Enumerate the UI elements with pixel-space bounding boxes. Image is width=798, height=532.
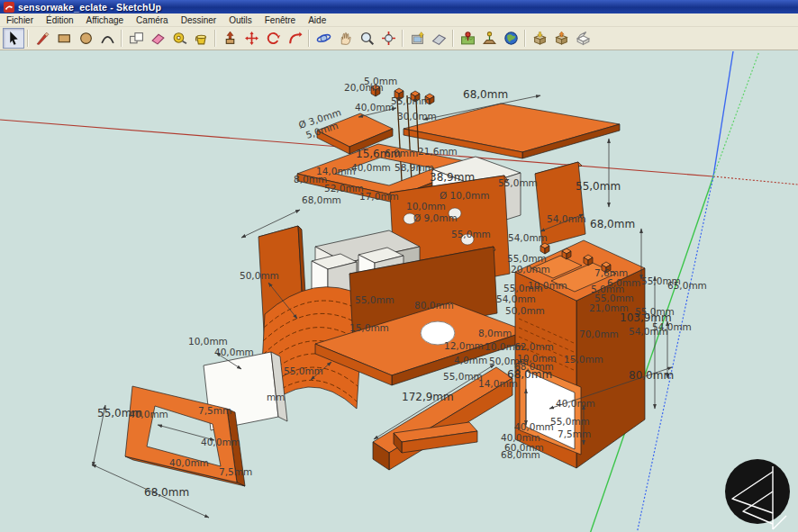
dimension-label: 68,0mm	[463, 88, 508, 101]
menu-item-edition[interactable]: Édition	[40, 15, 80, 25]
dimension-label: 55,0mm	[391, 95, 431, 106]
dimension-label: 40,0mm	[214, 347, 254, 357]
dimension-label: 15,0mm	[564, 354, 603, 365]
tool-zoomext-button[interactable]	[377, 28, 399, 49]
dimension-label: 8,0mm	[294, 174, 327, 185]
dimension-label: 52,0mm	[324, 183, 364, 194]
menu-item-camera[interactable]: Caméra	[130, 15, 175, 25]
dimension-label: 40,0mm	[351, 162, 391, 173]
terrain-icon	[431, 31, 447, 46]
tool-sharemodel-button[interactable]	[550, 28, 572, 49]
dimension-label: 55,0mm	[284, 365, 323, 376]
arc-icon	[100, 31, 115, 46]
dimension-label: 55,0mm	[550, 416, 590, 427]
tool-orbit-button[interactable]	[313, 28, 334, 49]
menu-item-fichier[interactable]: Fichier	[0, 15, 40, 25]
toolbar-separator	[121, 30, 122, 47]
eraser-icon	[150, 31, 166, 46]
dimension-label: 50,0mm	[505, 305, 545, 316]
textures-icon	[482, 31, 497, 46]
tool-offset-button[interactable]	[284, 28, 305, 49]
tool-earth-button[interactable]	[500, 28, 521, 49]
dimension-label: Ø 9,0mm	[413, 212, 458, 223]
tool-eraser-button[interactable]	[147, 28, 168, 49]
dimension-label: 55,0mm	[576, 180, 621, 193]
sketchup-logo-icon	[4, 2, 14, 13]
dimension-label: 7,5mm	[558, 428, 591, 439]
dimension-label: 80,0mm	[414, 300, 454, 311]
tool-component-button[interactable]	[125, 28, 147, 49]
title-bar[interactable]: sensorwake_eclate - SketchUp	[0, 0, 798, 14]
menu-item-aide[interactable]: Aide	[302, 15, 332, 25]
dimension-label: 65,0mm	[667, 280, 707, 291]
dimension-label: 55,0mm	[451, 229, 491, 239]
select-icon	[6, 31, 22, 46]
tool-line-button[interactable]	[32, 28, 53, 49]
dimension-label: 14,0mm	[478, 378, 518, 389]
orbit-icon	[316, 31, 331, 46]
toolbar-separator	[524, 30, 526, 47]
dimension-label: 15,0mm	[349, 322, 389, 333]
line-icon	[35, 31, 50, 46]
toolbar-separator	[27, 30, 29, 47]
rotate-icon	[266, 31, 281, 46]
toolbar	[0, 27, 798, 50]
dimension-label: 40,0mm	[201, 437, 240, 447]
earth-icon	[503, 31, 519, 46]
watermark-logo	[725, 459, 790, 529]
tool-getmodels-button[interactable]	[529, 28, 550, 49]
pan-icon	[338, 31, 353, 46]
dimension-label: 68,0mm	[590, 218, 635, 230]
menu-item-outils[interactable]: Outils	[222, 15, 258, 25]
offset-icon	[287, 31, 303, 46]
dimension-label: 68,0mm	[302, 194, 341, 205]
tool-pan-button[interactable]	[334, 28, 356, 49]
dimension-label: 40,0mm	[129, 409, 168, 419]
tool-terrain-button[interactable]	[428, 28, 449, 49]
toolbar-separator	[402, 30, 404, 47]
menu-item-affichage[interactable]: Affichage	[80, 15, 131, 25]
dimension-label: 55,0mm	[443, 371, 483, 382]
dimension-label: 12,0mm	[444, 340, 484, 351]
sharemodel-icon	[554, 31, 569, 46]
tool-rectangle-button[interactable]	[53, 28, 75, 49]
tool-select-button[interactable]	[3, 28, 24, 49]
tool-warehouse-button[interactable]	[572, 28, 594, 49]
getview-icon	[410, 31, 425, 46]
tool-tape-button[interactable]	[168, 28, 190, 49]
dimension-label: 8,0mm	[478, 328, 512, 338]
dimension-label: Ø 10,0mm	[440, 190, 489, 201]
dimension-label: 40,0mm	[556, 398, 595, 409]
dimension-label: 70,0mm	[579, 329, 619, 339]
tool-move-button[interactable]	[240, 28, 262, 49]
addlocation-icon	[460, 31, 476, 46]
model-canvas[interactable]: 5,0mm20,0mm68,0mm40,0mm55,0mm30,0mmØ 3,0…	[0, 50, 798, 532]
menu-item-fenetre[interactable]: Fenêtre	[258, 15, 302, 25]
tool-arc-button[interactable]	[96, 28, 118, 49]
tool-bucket-button[interactable]	[190, 28, 212, 49]
dimension-label: 20,0mm	[344, 82, 384, 93]
tool-rotate-button[interactable]	[262, 28, 284, 49]
dimension-label: 10,0mm	[406, 201, 446, 212]
getmodels-icon	[532, 31, 548, 46]
sketchup-window: sensorwake_eclate - SketchUp FichierÉdit…	[0, 0, 798, 532]
tool-pushpull-button[interactable]	[219, 28, 240, 49]
toolbar-separator	[452, 30, 454, 47]
move-icon	[244, 31, 259, 46]
tool-textures-button[interactable]	[478, 28, 500, 49]
dimension-label: 10,0mm	[188, 336, 228, 347]
menu-item-dessiner[interactable]: Dessiner	[175, 15, 222, 25]
dimension-label: 54,0mm	[508, 232, 548, 243]
zoom-icon	[359, 31, 375, 46]
dimension-label: 55,0mm	[507, 253, 547, 264]
dimension-label: 20,0mm	[511, 264, 550, 275]
tool-addlocation-button[interactable]	[457, 28, 478, 49]
tool-getview-button[interactable]	[406, 28, 428, 49]
dimension-label: 38,9mm	[430, 171, 475, 184]
tool-circle-button[interactable]	[75, 28, 96, 49]
pushpull-icon	[222, 31, 238, 46]
dimension-label: 58,9mm	[394, 162, 434, 173]
tool-zoom-button[interactable]	[356, 28, 377, 49]
dimension-label: 55,0mm	[355, 294, 394, 305]
dimension-label: 17,0mm	[359, 191, 399, 202]
